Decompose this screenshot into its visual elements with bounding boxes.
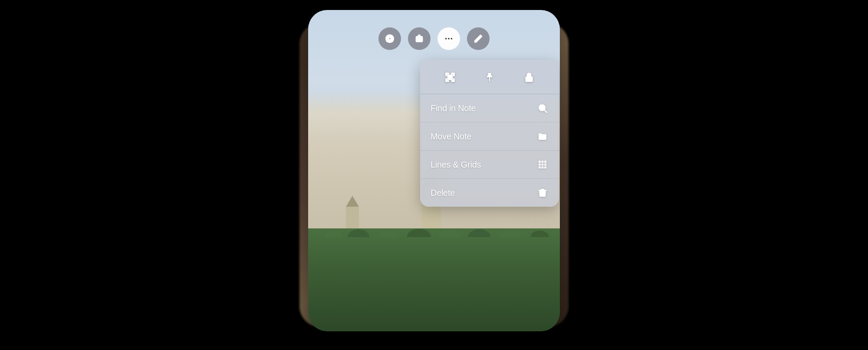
svg-point-1 <box>390 36 393 39</box>
move-note-label: Move Note <box>431 132 471 142</box>
lock-note-button[interactable] <box>519 68 539 87</box>
trash-icon <box>537 188 548 198</box>
search-icon <box>537 103 548 113</box>
lines-grids-item[interactable]: Lines & Grids <box>420 151 559 179</box>
pin-note-button[interactable] <box>480 68 499 87</box>
grid-icon <box>537 159 548 170</box>
menu-icon-row <box>420 60 559 94</box>
scan-icon <box>444 72 456 83</box>
svg-rect-7 <box>446 73 447 76</box>
scan-documents-button[interactable] <box>441 68 460 87</box>
svg-line-18 <box>545 110 547 113</box>
svg-rect-27 <box>544 166 546 168</box>
svg-rect-26 <box>542 166 544 168</box>
pin-icon <box>484 72 495 83</box>
ellipsis-icon <box>444 34 454 43</box>
folder-icon <box>537 131 548 142</box>
svg-rect-13 <box>454 79 454 82</box>
search-icon-container <box>536 102 549 114</box>
svg-rect-20 <box>542 161 544 163</box>
svg-rect-25 <box>539 166 541 168</box>
edit-icon <box>473 34 483 43</box>
svg-point-4 <box>448 38 450 40</box>
scene: Find in Note Move Note Lines & Grid <box>286 10 582 340</box>
grid-icon-container <box>536 158 549 171</box>
svg-rect-19 <box>539 161 541 163</box>
delete-label: Delete <box>431 188 455 198</box>
svg-rect-24 <box>544 164 546 166</box>
more-options-button[interactable] <box>437 27 460 50</box>
svg-point-0 <box>387 36 390 39</box>
trash-icon-container <box>536 187 549 199</box>
svg-rect-9 <box>454 73 454 76</box>
dropdown-menu: Find in Note Move Note Lines & Grid <box>420 60 559 207</box>
toolbar <box>308 27 560 50</box>
main-device: Find in Note Move Note Lines & Grid <box>308 10 560 331</box>
svg-point-16 <box>528 79 529 80</box>
share-icon <box>414 34 424 43</box>
find-in-note-label: Find in Note <box>431 103 476 113</box>
svg-rect-21 <box>544 161 546 163</box>
find-in-note-item[interactable]: Find in Note <box>420 94 559 122</box>
collaborate-button[interactable] <box>378 27 401 50</box>
lock-icon <box>523 72 535 83</box>
svg-rect-14 <box>448 75 453 80</box>
svg-rect-11 <box>446 79 447 82</box>
edit-button[interactable] <box>467 27 490 50</box>
move-note-item[interactable]: Move Note <box>420 122 559 151</box>
collaborate-icon <box>385 34 395 43</box>
lines-grids-label: Lines & Grids <box>431 160 481 170</box>
trees <box>308 228 560 331</box>
svg-rect-2 <box>416 38 423 42</box>
svg-rect-22 <box>539 164 541 166</box>
svg-point-3 <box>445 38 447 40</box>
share-button[interactable] <box>408 27 431 50</box>
svg-point-5 <box>451 38 453 40</box>
folder-icon-container <box>536 130 549 142</box>
delete-item[interactable]: Delete <box>420 179 559 207</box>
svg-rect-23 <box>542 164 544 166</box>
